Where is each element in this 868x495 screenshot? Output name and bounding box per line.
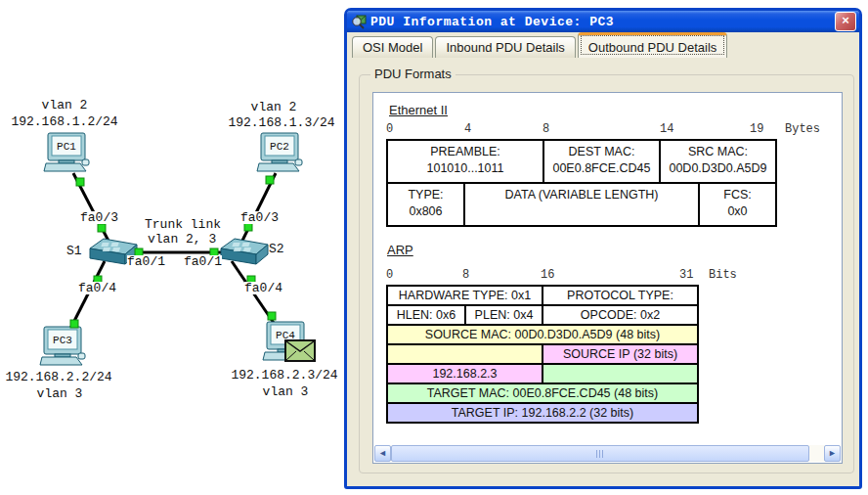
pc3-ip-label: 192.168.2.2/24 xyxy=(3,371,114,383)
source-ip-value-cell: 192.168.2.3 xyxy=(388,365,542,382)
window-titlebar[interactable]: PDU Information at Device: PC3 × xyxy=(347,11,859,32)
ruler-mark: 0 xyxy=(386,269,393,282)
hlen-cell: HLEN: 0x6 xyxy=(388,306,464,324)
pdu-formats-panel: Ethernet II 0 4 8 14 19 Bytes PREAMBLE: … xyxy=(372,92,843,464)
port-label-s1-fa01: fa0/1 xyxy=(127,255,165,268)
pc2-vlan-label: vlan 2 xyxy=(235,101,313,113)
ruler-mark: 14 xyxy=(660,123,673,136)
dest-mac-cell: DEST MAC: 00E0.8FCE.CD45 xyxy=(544,141,659,182)
pc1-ip-label: 192.168.1.2/24 xyxy=(9,115,120,128)
pc1-vlan-label: vlan 2 xyxy=(25,99,104,112)
ruler-mark: 8 xyxy=(462,269,469,282)
pc3-name: PC3 xyxy=(53,335,72,346)
window-title: PDU Information at Device: PC3 xyxy=(370,15,831,29)
source-mac-continued-cell xyxy=(388,345,542,363)
ruler-mark: 0 xyxy=(386,123,393,136)
envelope-icon xyxy=(285,340,315,361)
source-ip-label-cell: SOURCE IP (32 bits) xyxy=(543,345,697,363)
pc2-name: PC2 xyxy=(270,141,289,153)
scroll-left-button[interactable]: ◄ xyxy=(374,445,391,462)
port-label-s2-fa03: fa0/3 xyxy=(240,211,279,224)
trunk-label-line1: Trunk link xyxy=(145,218,221,231)
hardware-type-cell: HARDWARE TYPE: 0x1 xyxy=(388,287,542,304)
src-mac-cell: SRC MAC: 00D0.D3D0.A5D9 xyxy=(661,141,775,182)
pc3-vlan-label: vlan 3 xyxy=(21,387,99,400)
protocol-type-cell: PROTOCOL TYPE: xyxy=(543,287,697,304)
switch-s2-icon[interactable] xyxy=(221,239,268,264)
horizontal-scrollbar[interactable]: ◄ ► xyxy=(374,445,841,462)
switch-s2-label: S2 xyxy=(269,243,284,255)
scrollbar-grip xyxy=(596,450,605,458)
screen: PC1 PC2 PC3 PC4 xyxy=(0,0,868,495)
ruler-mark: 8 xyxy=(542,123,549,136)
plen-cell: PLEN: 0x4 xyxy=(466,306,542,324)
opcode-cell: OPCODE: 0x2 xyxy=(543,306,697,324)
ethernet-frame-table: PREAMBLE: 101010...1011 DEST MAC: 00E0.8… xyxy=(386,139,777,227)
ruler-mark: 31 xyxy=(679,269,693,282)
pdu-envelope-magnifier-icon xyxy=(351,14,367,29)
pc4-ip-label: 192.168.2.3/24 xyxy=(229,369,340,382)
port-label-s2-fa04: fa0/4 xyxy=(244,282,282,294)
ruler-mark: 4 xyxy=(464,123,471,136)
pdu-formats-group-title: PDU Formats xyxy=(370,68,456,81)
trunk-label-line2: vlan 2, 3 xyxy=(148,233,216,246)
type-cell: TYPE: 0x806 xyxy=(388,184,463,225)
ruler-unit: Bits xyxy=(709,269,737,282)
preamble-cell: PREAMBLE: 101010...1011 xyxy=(388,141,542,182)
source-mac-cell: SOURCE MAC: 00D0.D3D0.A5D9 (48 bits) xyxy=(388,326,697,343)
target-mac-cell: TARGET MAC: 00E0.8FCE.CD45 (48 bits) xyxy=(388,384,697,402)
port-label-s2-fa01: fa0/1 xyxy=(184,255,222,268)
arp-heading: ARP xyxy=(387,243,413,257)
port-label-s1-fa03: fa0/3 xyxy=(80,211,118,224)
tab-osi-model[interactable]: OSI Model xyxy=(352,36,433,58)
tab-outbound-pdu-details[interactable]: Outbound PDU Details xyxy=(578,32,728,58)
ruler-unit: Bytes xyxy=(785,123,820,136)
scrollbar-track[interactable] xyxy=(809,445,824,462)
pc1-icon[interactable]: PC1 xyxy=(44,133,89,171)
fcs-cell: FCS: 0x0 xyxy=(700,184,775,225)
scrollbar-thumb[interactable] xyxy=(391,445,809,462)
arp-packet-table: HARDWARE TYPE: 0x1 PROTOCOL TYPE: HLEN: … xyxy=(386,285,699,424)
data-cell: DATA (VARIABLE LENGTH) xyxy=(465,184,698,225)
target-mac-start-cell xyxy=(543,365,697,382)
pc4-vlan-label: vlan 3 xyxy=(246,385,325,398)
tab-inbound-pdu-details[interactable]: Inbound PDU Details xyxy=(435,36,575,58)
pc2-ip-label: 192.168.1.3/24 xyxy=(226,116,337,129)
pdu-information-window: PDU Information at Device: PC3 × OSI Mod… xyxy=(344,8,862,489)
ethernet-byte-ruler: 0 4 8 14 19 Bytes xyxy=(386,123,836,137)
ruler-mark: 19 xyxy=(750,123,763,136)
pc2-icon[interactable]: PC2 xyxy=(257,133,302,171)
tab-page: PDU Formats Ethernet II 0 4 8 14 19 Byte… xyxy=(347,58,859,486)
tab-bar: OSI Model Inbound PDU Details Outbound P… xyxy=(347,32,859,58)
ruler-mark: 16 xyxy=(541,269,554,282)
topology-canvas: PC1 PC2 PC3 PC4 xyxy=(0,0,344,460)
pc3-icon[interactable]: PC3 xyxy=(40,327,85,365)
close-button[interactable]: × xyxy=(835,12,856,31)
pc1-name: PC1 xyxy=(57,141,76,153)
arp-bit-ruler: 0 8 16 31 Bits xyxy=(386,269,738,283)
switch-s1-label: S1 xyxy=(66,245,82,257)
ethernet-heading: Ethernet II xyxy=(389,103,448,117)
port-label-s1-fa04: fa0/4 xyxy=(78,282,116,294)
target-ip-cell: TARGET IP: 192.168.2.2 (32 bits) xyxy=(388,404,697,422)
scroll-right-button[interactable]: ► xyxy=(824,445,841,462)
